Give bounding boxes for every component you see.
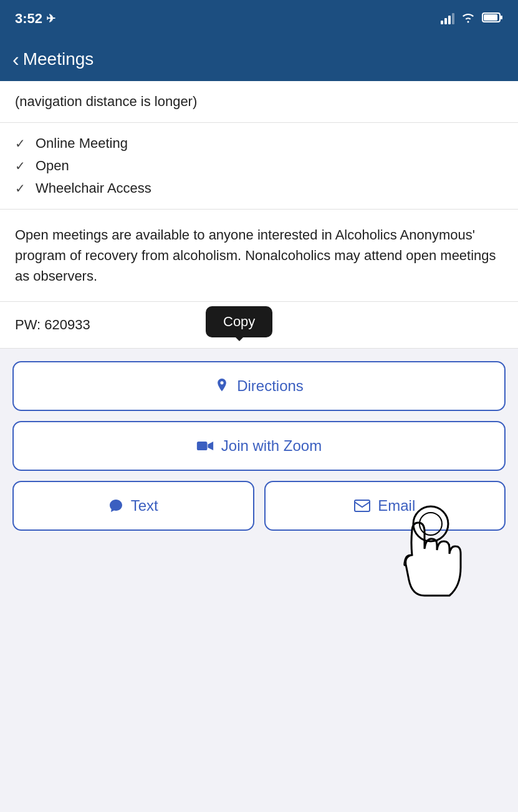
- directions-label: Directions: [237, 377, 304, 395]
- copy-tooltip-label: Copy: [223, 314, 255, 329]
- meeting-type-online: Online Meeting: [36, 135, 128, 152]
- meeting-type-wheelchair: Wheelchair Access: [36, 180, 151, 196]
- svg-rect-9: [355, 500, 370, 511]
- checkmark-icon-online: ✓: [15, 136, 26, 151]
- chevron-left-icon: ‹: [12, 49, 19, 69]
- checkmark-icon-wheelchair: ✓: [15, 181, 26, 196]
- navigation-bar: ‹ Meetings: [0, 37, 518, 81]
- checkmark-icon-open: ✓: [15, 158, 26, 173]
- text-button[interactable]: Text: [12, 481, 254, 531]
- description-text: Open meetings are available to anyone in…: [15, 225, 503, 286]
- buttons-area: Directions Join with Zoom Text Email: [0, 349, 518, 543]
- check-item-wheelchair: ✓ Wheelchair Access: [15, 180, 503, 196]
- status-time: 3:52 ✈: [15, 11, 55, 27]
- join-zoom-label: Join with Zoom: [221, 437, 322, 455]
- check-item-open: ✓ Open: [15, 158, 503, 174]
- description-section: Open meetings are available to anyone in…: [0, 210, 518, 302]
- time-display: 3:52: [15, 11, 42, 27]
- zoom-icon: [196, 440, 214, 452]
- back-label: Meetings: [23, 49, 94, 69]
- wifi-icon: [461, 12, 476, 26]
- directions-button[interactable]: Directions: [12, 361, 506, 411]
- status-icons: [441, 11, 503, 27]
- text-label: Text: [131, 497, 158, 515]
- meeting-type-open: Open: [36, 158, 69, 174]
- location-icon: [214, 379, 229, 394]
- join-zoom-button[interactable]: Join with Zoom: [12, 421, 506, 471]
- status-bar: 3:52 ✈: [0, 0, 518, 37]
- nav-note-section: (navigation distance is longer): [0, 81, 518, 123]
- chat-icon: [108, 498, 123, 513]
- svg-rect-1: [484, 14, 497, 21]
- back-button[interactable]: ‹ Meetings: [12, 49, 94, 69]
- email-label: Email: [378, 497, 415, 515]
- location-icon: ✈: [46, 12, 55, 26]
- text-email-row: Text Email: [12, 481, 506, 531]
- meeting-types-section: ✓ Online Meeting ✓ Open ✓ Wheelchair Acc…: [0, 123, 518, 210]
- email-button[interactable]: Email: [264, 481, 506, 531]
- check-item-online: ✓ Online Meeting: [15, 135, 503, 152]
- password-text: PW: 620933: [15, 317, 90, 332]
- svg-rect-8: [197, 442, 208, 450]
- signal-icon: [441, 13, 454, 24]
- copy-tooltip[interactable]: Copy: [206, 306, 272, 337]
- battery-icon: [482, 11, 503, 27]
- svg-rect-2: [501, 16, 502, 19]
- nav-note-text: (navigation distance is longer): [15, 94, 197, 109]
- content-area: (navigation distance is longer) ✓ Online…: [0, 81, 518, 349]
- email-icon: [354, 500, 370, 512]
